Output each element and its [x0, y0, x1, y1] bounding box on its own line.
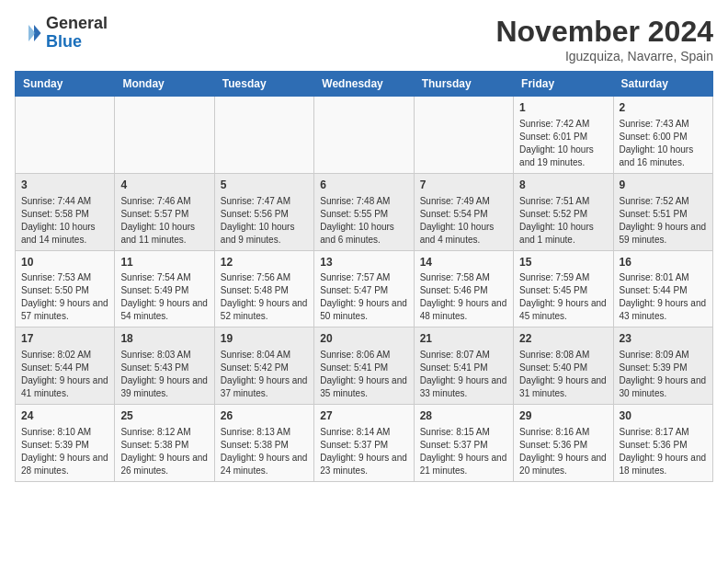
calendar-cell: 14Sunrise: 7:58 AM Sunset: 5:46 PM Dayli… — [414, 250, 513, 327]
day-header-saturday: Saturday — [613, 72, 712, 97]
day-info: Sunrise: 8:03 AM Sunset: 5:43 PM Dayligh… — [120, 349, 208, 400]
calendar-table: SundayMondayTuesdayWednesdayThursdayFrid… — [15, 71, 713, 482]
day-info: Sunrise: 7:51 AM Sunset: 5:52 PM Dayligh… — [519, 195, 607, 247]
calendar-cell: 29Sunrise: 8:16 AM Sunset: 5:36 PM Dayli… — [514, 405, 613, 482]
day-number: 19 — [221, 331, 308, 347]
day-info: Sunrise: 8:02 AM Sunset: 5:44 PM Dayligh… — [21, 349, 108, 400]
day-header-monday: Monday — [115, 72, 214, 97]
calendar-cell: 27Sunrise: 8:14 AM Sunset: 5:37 PM Dayli… — [314, 405, 414, 482]
logo: General Blue — [15, 15, 108, 52]
calendar-cell: 24Sunrise: 8:10 AM Sunset: 5:39 PM Dayli… — [16, 405, 115, 482]
calendar-cell — [214, 97, 313, 174]
calendar-cell: 21Sunrise: 8:07 AM Sunset: 5:41 PM Dayli… — [414, 327, 513, 405]
day-info: Sunrise: 7:49 AM Sunset: 5:54 PM Dayligh… — [420, 195, 507, 247]
day-info: Sunrise: 7:47 AM Sunset: 5:56 PM Dayligh… — [221, 195, 308, 247]
day-number: 14 — [420, 255, 507, 270]
day-number: 27 — [320, 408, 407, 424]
calendar-cell: 3Sunrise: 7:44 AM Sunset: 5:58 PM Daylig… — [16, 173, 115, 250]
day-header-thursday: Thursday — [414, 72, 513, 97]
day-number: 18 — [120, 331, 208, 347]
day-number: 1 — [519, 100, 607, 116]
day-info: Sunrise: 7:43 AM Sunset: 6:00 PM Dayligh… — [620, 118, 707, 169]
month-title: November 2024 — [495, 15, 713, 49]
calendar-cell: 7Sunrise: 7:49 AM Sunset: 5:54 PM Daylig… — [414, 173, 513, 250]
calendar-cell — [115, 97, 214, 174]
day-number: 16 — [620, 255, 707, 270]
day-number: 15 — [519, 255, 607, 270]
calendar-cell: 20Sunrise: 8:06 AM Sunset: 5:41 PM Dayli… — [314, 327, 414, 405]
calendar-cell: 11Sunrise: 7:54 AM Sunset: 5:49 PM Dayli… — [115, 250, 214, 327]
calendar-cell — [314, 97, 414, 174]
calendar-cell: 4Sunrise: 7:46 AM Sunset: 5:57 PM Daylig… — [115, 173, 214, 250]
day-number: 22 — [519, 331, 607, 347]
header-row: SundayMondayTuesdayWednesdayThursdayFrid… — [16, 72, 713, 97]
day-number: 20 — [320, 331, 407, 347]
day-header-wednesday: Wednesday — [314, 72, 414, 97]
day-info: Sunrise: 8:07 AM Sunset: 5:41 PM Dayligh… — [420, 349, 507, 400]
header: General Blue November 2024 Iguzquiza, Na… — [15, 15, 713, 63]
calendar-cell: 13Sunrise: 7:57 AM Sunset: 5:47 PM Dayli… — [314, 250, 414, 327]
calendar-cell: 19Sunrise: 8:04 AM Sunset: 5:42 PM Dayli… — [214, 327, 313, 405]
day-info: Sunrise: 8:09 AM Sunset: 5:39 PM Dayligh… — [620, 349, 707, 400]
day-number: 29 — [519, 408, 607, 424]
day-number: 8 — [519, 178, 607, 193]
day-info: Sunrise: 7:53 AM Sunset: 5:50 PM Dayligh… — [21, 271, 108, 323]
day-number: 5 — [221, 178, 308, 193]
week-row-2: 3Sunrise: 7:44 AM Sunset: 5:58 PM Daylig… — [16, 173, 713, 250]
day-info: Sunrise: 8:08 AM Sunset: 5:40 PM Dayligh… — [519, 349, 607, 400]
calendar-cell: 18Sunrise: 8:03 AM Sunset: 5:43 PM Dayli… — [115, 327, 214, 405]
day-info: Sunrise: 8:06 AM Sunset: 5:41 PM Dayligh… — [320, 349, 407, 400]
day-header-tuesday: Tuesday — [214, 72, 313, 97]
calendar-cell — [414, 97, 513, 174]
calendar-cell: 17Sunrise: 8:02 AM Sunset: 5:44 PM Dayli… — [16, 327, 115, 405]
day-info: Sunrise: 8:16 AM Sunset: 5:36 PM Dayligh… — [519, 426, 607, 477]
location: Iguzquiza, Navarre, Spain — [495, 49, 713, 63]
day-number: 6 — [320, 178, 407, 193]
day-info: Sunrise: 7:44 AM Sunset: 5:58 PM Dayligh… — [21, 195, 108, 247]
day-info: Sunrise: 7:56 AM Sunset: 5:48 PM Dayligh… — [221, 271, 308, 323]
day-info: Sunrise: 7:46 AM Sunset: 5:57 PM Dayligh… — [120, 195, 208, 247]
calendar-cell: 26Sunrise: 8:13 AM Sunset: 5:38 PM Dayli… — [214, 405, 313, 482]
day-number: 3 — [21, 178, 108, 193]
day-number: 23 — [620, 331, 707, 347]
day-info: Sunrise: 8:12 AM Sunset: 5:38 PM Dayligh… — [120, 426, 208, 477]
day-number: 13 — [320, 255, 407, 270]
day-info: Sunrise: 7:54 AM Sunset: 5:49 PM Dayligh… — [120, 271, 208, 323]
calendar-cell: 10Sunrise: 7:53 AM Sunset: 5:50 PM Dayli… — [16, 250, 115, 327]
calendar-cell: 9Sunrise: 7:52 AM Sunset: 5:51 PM Daylig… — [613, 173, 712, 250]
day-number: 21 — [420, 331, 507, 347]
calendar-cell: 15Sunrise: 7:59 AM Sunset: 5:45 PM Dayli… — [514, 250, 613, 327]
day-header-sunday: Sunday — [16, 72, 115, 97]
day-info: Sunrise: 7:59 AM Sunset: 5:45 PM Dayligh… — [519, 271, 607, 323]
day-number: 12 — [221, 255, 308, 270]
day-number: 30 — [620, 408, 707, 424]
calendar-cell: 6Sunrise: 7:48 AM Sunset: 5:55 PM Daylig… — [314, 173, 414, 250]
day-info: Sunrise: 8:04 AM Sunset: 5:42 PM Dayligh… — [221, 349, 308, 400]
logo-text: General Blue — [46, 15, 108, 52]
logo-icon — [15, 19, 42, 47]
calendar-cell: 28Sunrise: 8:15 AM Sunset: 5:37 PM Dayli… — [414, 405, 513, 482]
week-row-5: 24Sunrise: 8:10 AM Sunset: 5:39 PM Dayli… — [16, 405, 713, 482]
calendar-cell — [16, 97, 115, 174]
calendar-cell: 16Sunrise: 8:01 AM Sunset: 5:44 PM Dayli… — [613, 250, 712, 327]
day-number: 7 — [420, 178, 507, 193]
day-number: 26 — [221, 408, 308, 424]
calendar-cell: 30Sunrise: 8:17 AM Sunset: 5:36 PM Dayli… — [613, 405, 712, 482]
day-number: 25 — [120, 408, 208, 424]
calendar-cell: 12Sunrise: 7:56 AM Sunset: 5:48 PM Dayli… — [214, 250, 313, 327]
day-info: Sunrise: 8:15 AM Sunset: 5:37 PM Dayligh… — [420, 426, 507, 477]
day-info: Sunrise: 8:13 AM Sunset: 5:38 PM Dayligh… — [221, 426, 308, 477]
day-info: Sunrise: 7:42 AM Sunset: 6:01 PM Dayligh… — [519, 118, 607, 169]
day-number: 2 — [620, 100, 707, 116]
calendar-cell: 25Sunrise: 8:12 AM Sunset: 5:38 PM Dayli… — [115, 405, 214, 482]
day-header-friday: Friday — [514, 72, 613, 97]
day-number: 17 — [21, 331, 108, 347]
day-info: Sunrise: 8:17 AM Sunset: 5:36 PM Dayligh… — [620, 426, 707, 477]
day-number: 4 — [120, 178, 208, 193]
week-row-4: 17Sunrise: 8:02 AM Sunset: 5:44 PM Dayli… — [16, 327, 713, 405]
day-number: 24 — [21, 408, 108, 424]
week-row-3: 10Sunrise: 7:53 AM Sunset: 5:50 PM Dayli… — [16, 250, 713, 327]
calendar-cell: 1Sunrise: 7:42 AM Sunset: 6:01 PM Daylig… — [514, 97, 613, 174]
day-info: Sunrise: 7:48 AM Sunset: 5:55 PM Dayligh… — [320, 195, 407, 247]
day-number: 11 — [120, 255, 208, 270]
